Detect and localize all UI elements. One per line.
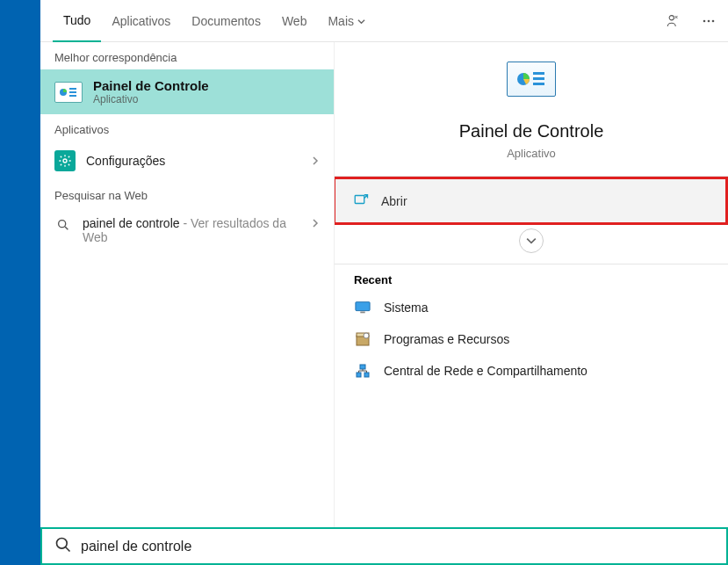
svg-rect-14 <box>355 196 364 204</box>
tab-web-label: Web <box>282 14 307 28</box>
recent-label: Programas e Recursos <box>384 332 509 346</box>
results-list: Melhor correspondência Painel de Control… <box>40 42 335 565</box>
chevron-down-icon <box>526 235 537 246</box>
best-match-item[interactable]: Painel de Controle Aplicativo <box>40 69 334 114</box>
search-icon <box>54 536 72 557</box>
open-label: Abrir <box>381 194 407 208</box>
best-match-text: Painel de Controle Aplicativo <box>93 78 209 105</box>
annotation-highlight: Abrir <box>335 177 728 225</box>
best-match-subtitle: Aplicativo <box>93 93 209 105</box>
chevron-down-icon <box>357 14 365 28</box>
svg-point-9 <box>59 221 66 228</box>
expand-button[interactable] <box>519 228 544 253</box>
recent-item-sistema[interactable]: Sistema <box>335 292 728 323</box>
tab-web[interactable]: Web <box>271 0 318 42</box>
svg-rect-7 <box>69 95 76 97</box>
svg-rect-11 <box>533 72 544 75</box>
tab-more-label: Mais <box>328 14 354 28</box>
svg-rect-13 <box>533 83 544 85</box>
monitor-icon <box>354 300 371 315</box>
tab-bar: Tudo Aplicativos Documentos Web Mais <box>40 0 728 42</box>
open-icon <box>353 192 369 210</box>
recent-label: Central de Rede e Compartilhamento <box>384 364 587 378</box>
tab-more[interactable]: Mais <box>317 0 376 42</box>
best-match-title: Painel de Controle <box>93 78 209 93</box>
web-search-query: painel de controle <box>83 216 180 230</box>
hero: Painel de Controle Aplicativo <box>335 62 728 176</box>
tab-docs-label: Documentos <box>191 14 261 28</box>
chevron-right-icon <box>311 154 320 168</box>
svg-rect-16 <box>360 312 364 314</box>
svg-point-19 <box>364 333 369 338</box>
svg-rect-20 <box>360 365 365 369</box>
control-panel-hero-icon <box>507 62 556 97</box>
recent-item-programas[interactable]: Programas e Recursos <box>335 323 728 355</box>
svg-rect-12 <box>533 77 544 80</box>
tab-docs[interactable]: Documentos <box>181 0 271 42</box>
chevron-right-icon <box>311 216 320 230</box>
box-icon <box>354 331 371 347</box>
tab-all[interactable]: Tudo <box>53 0 101 42</box>
search-window: Tudo Aplicativos Documentos Web Mais Mel… <box>40 0 728 565</box>
search-input[interactable] <box>81 539 714 554</box>
preview-panel: Painel de Controle Aplicativo Abrir Rece… <box>335 42 728 565</box>
hero-title: Painel de Controle <box>459 121 604 141</box>
svg-point-8 <box>63 159 67 163</box>
tab-all-label: Tudo <box>63 13 90 27</box>
web-search-header: Pesquisar na Web <box>40 180 334 207</box>
svg-rect-21 <box>357 373 361 377</box>
control-panel-icon <box>54 82 83 103</box>
search-icon <box>54 216 72 234</box>
svg-point-2 <box>708 19 710 22</box>
settings-label: Configurações <box>86 154 165 168</box>
network-icon <box>354 363 371 379</box>
tab-apps[interactable]: Aplicativos <box>101 0 181 42</box>
header-actions <box>663 11 719 32</box>
tab-apps-label: Aplicativos <box>112 14 170 28</box>
search-bar[interactable] <box>40 527 728 565</box>
web-search-text: painel de controle - Ver resultados da W… <box>83 216 300 244</box>
best-match-header: Melhor correspondência <box>40 42 334 69</box>
hero-subtitle: Aplicativo <box>507 147 556 160</box>
feedback-icon[interactable] <box>663 11 684 32</box>
svg-rect-6 <box>69 91 76 93</box>
expand-area <box>335 225 728 264</box>
more-options-icon[interactable] <box>698 11 719 32</box>
list-item-settings[interactable]: Configurações <box>40 141 334 180</box>
gear-icon <box>54 150 76 171</box>
svg-point-3 <box>712 19 715 22</box>
list-item-web-search[interactable]: painel de controle - Ver resultados da W… <box>40 207 334 253</box>
recent-item-rede[interactable]: Central de Rede e Compartilhamento <box>335 355 728 387</box>
svg-rect-15 <box>356 302 370 311</box>
recent-header: Recent <box>335 264 728 292</box>
svg-point-23 <box>57 538 68 548</box>
svg-rect-5 <box>69 88 76 90</box>
svg-point-0 <box>669 15 674 19</box>
svg-point-1 <box>703 19 706 22</box>
apps-header: Aplicativos <box>40 114 334 141</box>
svg-rect-22 <box>364 373 369 377</box>
recent-label: Sistema <box>384 301 429 315</box>
main-area: Melhor correspondência Painel de Control… <box>40 42 728 565</box>
open-action[interactable]: Abrir <box>335 179 725 222</box>
